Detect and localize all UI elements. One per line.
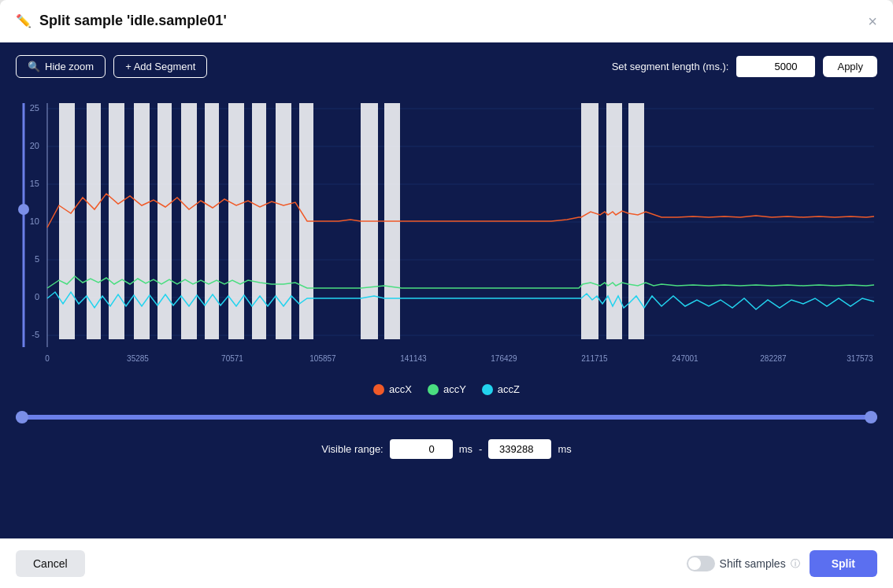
svg-text:5: 5 xyxy=(35,254,39,264)
accZ-label: accZ xyxy=(498,383,520,395)
svg-point-33 xyxy=(18,204,29,215)
range-end-unit: ms xyxy=(558,443,571,455)
split-button[interactable]: Split xyxy=(810,550,877,577)
svg-rect-24 xyxy=(276,103,291,339)
footer-right: Shift samples ⓘ Split xyxy=(687,550,877,577)
range-track xyxy=(16,415,877,420)
svg-text:282287: 282287 xyxy=(760,354,787,363)
svg-text:141143: 141143 xyxy=(400,354,427,363)
toolbar-left: 🔍 Hide zoom + Add Segment xyxy=(16,55,207,78)
modal-footer: Cancel Shift samples ⓘ Split xyxy=(0,538,893,588)
range-start-input[interactable] xyxy=(390,439,453,459)
visible-range-row: Visible range: ms - ms xyxy=(16,439,877,459)
range-thumb-left[interactable] xyxy=(16,411,28,423)
modal-header: ✏️ Split sample 'idle.sample01' × xyxy=(0,0,893,43)
range-end-input[interactable] xyxy=(488,439,551,459)
apply-button[interactable]: Apply xyxy=(823,56,877,77)
svg-rect-15 xyxy=(59,103,75,339)
svg-text:10: 10 xyxy=(30,216,39,226)
segment-length-input[interactable] xyxy=(736,56,815,77)
modal-body: 🔍 Hide zoom + Add Segment Set segment le… xyxy=(0,43,893,538)
add-segment-button[interactable]: + Add Segment xyxy=(113,55,207,78)
accY-label: accY xyxy=(443,383,466,395)
svg-text:105857: 105857 xyxy=(309,354,336,363)
svg-text:20: 20 xyxy=(30,141,39,150)
hide-zoom-button[interactable]: 🔍 Hide zoom xyxy=(16,55,106,78)
visible-range-label: Visible range: xyxy=(321,443,384,455)
legend-item-accZ: accZ xyxy=(482,383,520,395)
range-separator: - xyxy=(479,443,482,455)
info-icon[interactable]: ⓘ xyxy=(791,557,800,571)
svg-text:317573: 317573 xyxy=(847,354,873,363)
svg-text:70571: 70571 xyxy=(221,354,243,363)
range-start-unit: ms xyxy=(459,443,472,455)
svg-rect-19 xyxy=(157,103,172,339)
range-thumb-right[interactable] xyxy=(865,411,877,423)
chart-legend: accX accY accZ xyxy=(16,383,877,395)
accY-dot xyxy=(428,384,439,395)
svg-text:176429: 176429 xyxy=(491,354,517,363)
svg-text:0: 0 xyxy=(35,292,39,301)
toolbar-right: Set segment length (ms.): Apply xyxy=(612,56,877,77)
range-slider[interactable] xyxy=(16,409,877,425)
svg-text:25: 25 xyxy=(30,103,39,113)
chart-svg: 25 20 15 10 5 0 -5 xyxy=(16,87,877,371)
svg-text:15: 15 xyxy=(30,179,39,188)
svg-rect-18 xyxy=(134,103,150,339)
chart-container: 25 20 15 10 5 0 -5 xyxy=(16,87,877,371)
shift-samples-row: Shift samples ⓘ xyxy=(687,556,800,571)
svg-text:211715: 211715 xyxy=(581,354,608,363)
legend-item-accX: accX xyxy=(373,383,412,395)
cancel-button[interactable]: Cancel xyxy=(16,550,85,577)
split-sample-modal: ✏️ Split sample 'idle.sample01' × 🔍 Hide… xyxy=(0,0,893,588)
svg-rect-20 xyxy=(181,103,197,339)
toggle-knob xyxy=(688,557,701,570)
toolbar: 🔍 Hide zoom + Add Segment Set segment le… xyxy=(16,55,877,78)
range-fill xyxy=(16,415,877,420)
svg-rect-17 xyxy=(109,103,124,339)
shift-samples-toggle[interactable] xyxy=(687,556,715,571)
accZ-dot xyxy=(482,384,493,395)
svg-rect-21 xyxy=(205,103,219,339)
shift-samples-label: Shift samples xyxy=(720,557,786,570)
zoom-icon: 🔍 xyxy=(28,61,40,72)
close-button[interactable]: × xyxy=(868,13,877,29)
edit-icon: ✏️ xyxy=(16,13,31,28)
svg-text:0: 0 xyxy=(45,354,50,363)
segment-length-label: Set segment length (ms.): xyxy=(612,61,729,72)
legend-item-accY: accY xyxy=(428,383,466,395)
accX-label: accX xyxy=(389,383,412,395)
svg-rect-16 xyxy=(87,103,101,339)
modal-title: Split sample 'idle.sample01' xyxy=(39,13,227,29)
svg-text:247001: 247001 xyxy=(672,354,698,363)
svg-rect-28 xyxy=(581,103,598,339)
svg-text:-5: -5 xyxy=(31,330,39,339)
accX-dot xyxy=(373,384,384,395)
title-row: ✏️ Split sample 'idle.sample01' xyxy=(16,13,227,29)
svg-rect-22 xyxy=(228,103,244,339)
svg-text:35285: 35285 xyxy=(127,354,149,363)
